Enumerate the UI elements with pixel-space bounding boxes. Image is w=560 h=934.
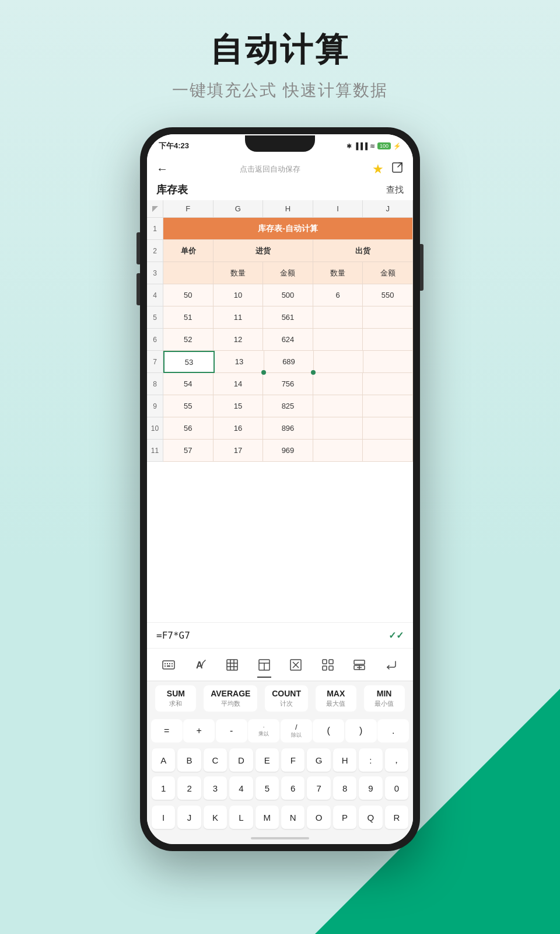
table-cell[interactable]: 50 <box>163 284 214 306</box>
key-colon[interactable]: : <box>359 748 382 772</box>
key-D[interactable]: D <box>229 748 253 772</box>
key-F[interactable]: F <box>281 748 304 772</box>
table-cell[interactable]: 825 <box>263 395 313 417</box>
keyboard-icon[interactable] <box>158 654 179 675</box>
back-button[interactable]: ← <box>156 162 168 176</box>
key-1[interactable]: 1 <box>152 776 175 800</box>
lparen-key[interactable]: ( <box>313 719 344 743</box>
table-cell[interactable]: 896 <box>263 417 313 440</box>
key-E[interactable]: E <box>256 748 279 772</box>
key-L[interactable]: L <box>229 806 253 829</box>
key-C[interactable]: C <box>204 748 227 772</box>
minus-key[interactable]: - <box>216 719 247 743</box>
key-B[interactable]: B <box>177 748 201 772</box>
formula-icon[interactable] <box>285 654 306 675</box>
key-R[interactable]: R <box>385 806 408 829</box>
key-N[interactable]: N <box>281 806 304 829</box>
table-cell[interactable] <box>163 262 214 284</box>
table-cell[interactable]: 15 <box>214 395 264 417</box>
key-8[interactable]: 8 <box>333 776 356 800</box>
key-4[interactable]: 4 <box>229 776 253 800</box>
insert-row-icon[interactable] <box>349 654 370 675</box>
table-cell[interactable]: 数量 <box>313 262 363 284</box>
key-G[interactable]: G <box>307 748 330 772</box>
table-cell[interactable] <box>363 351 413 373</box>
table-cell[interactable]: 689 <box>264 351 314 373</box>
table-cell[interactable]: 16 <box>214 417 264 440</box>
table-cell[interactable] <box>363 306 413 329</box>
max-button[interactable]: MAX 最大值 <box>316 685 356 712</box>
table-cell[interactable] <box>313 373 363 395</box>
apps-icon[interactable] <box>317 654 338 675</box>
table-cell[interactable]: 11 <box>214 306 264 329</box>
table-cell[interactable] <box>313 395 363 417</box>
table-cell[interactable]: 500 <box>263 284 313 306</box>
multiply-key[interactable]: · 乘以 <box>248 719 279 743</box>
table-header-cell[interactable]: 库存表-自动计算 <box>163 218 413 240</box>
table-cell[interactable]: 756 <box>263 373 313 395</box>
enter-icon[interactable] <box>381 654 402 675</box>
table-cell[interactable]: 969 <box>263 440 313 462</box>
key-5[interactable]: 5 <box>256 776 279 800</box>
favorite-button[interactable]: ★ <box>372 162 384 177</box>
key-H[interactable]: H <box>333 748 356 772</box>
find-button[interactable]: 查找 <box>386 184 404 196</box>
table-cell[interactable]: 数量 <box>214 262 264 284</box>
table-cell[interactable]: 54 <box>163 373 214 395</box>
sum-button[interactable]: SUM 求和 <box>155 685 196 712</box>
table-cell[interactable]: 14 <box>214 373 264 395</box>
export-button[interactable] <box>391 161 404 177</box>
table-cell[interactable] <box>363 373 413 395</box>
text-format-icon[interactable]: A <box>190 654 211 675</box>
key-comma[interactable]: ， <box>385 748 408 772</box>
table-cell[interactable] <box>313 329 363 351</box>
key-M[interactable]: M <box>256 806 279 829</box>
key-0[interactable]: 0 <box>385 776 408 800</box>
key-O[interactable]: O <box>307 806 330 829</box>
table-cell[interactable]: 550 <box>363 284 413 306</box>
table-cell[interactable]: 55 <box>163 395 214 417</box>
table-cell[interactable] <box>313 440 363 462</box>
count-button[interactable]: COUNT 计次 <box>265 685 308 712</box>
key-7[interactable]: 7 <box>307 776 330 800</box>
key-I[interactable]: I <box>152 806 175 829</box>
table-cell[interactable]: 进货 <box>214 240 313 262</box>
rparen-key[interactable]: ) <box>345 719 377 743</box>
divide-key[interactable]: / 除以 <box>281 719 312 743</box>
table-cell[interactable]: 51 <box>163 306 214 329</box>
key-K[interactable]: K <box>204 806 227 829</box>
table-cell[interactable] <box>313 417 363 440</box>
table-cell[interactable]: 单价 <box>163 240 214 262</box>
plus-key[interactable]: + <box>183 719 215 743</box>
min-button[interactable]: MIN 最小值 <box>364 685 405 712</box>
key-Q[interactable]: Q <box>359 806 382 829</box>
table-cell[interactable]: 57 <box>163 440 214 462</box>
key-A[interactable]: A <box>152 748 175 772</box>
table-cell[interactable]: 56 <box>163 417 214 440</box>
dot-key[interactable]: . <box>377 719 409 743</box>
table-cell[interactable]: 金额 <box>263 262 313 284</box>
average-button[interactable]: AVERAGE 平均数 <box>204 685 257 712</box>
table-cell[interactable]: 624 <box>263 329 313 351</box>
key-9[interactable]: 9 <box>359 776 382 800</box>
table-cell[interactable] <box>363 440 413 462</box>
key-2[interactable]: 2 <box>177 776 201 800</box>
table-cell[interactable] <box>313 306 363 329</box>
table-cell[interactable]: 12 <box>214 329 264 351</box>
key-P[interactable]: P <box>333 806 356 829</box>
table-cell[interactable]: 出货 <box>313 240 413 262</box>
table-icon[interactable] <box>222 654 243 675</box>
table-cell[interactable] <box>363 329 413 351</box>
key-3[interactable]: 3 <box>204 776 227 800</box>
formula-confirm-button[interactable]: ✓✓ <box>388 630 404 641</box>
table-cell[interactable]: 52 <box>163 329 214 351</box>
key-6[interactable]: 6 <box>281 776 304 800</box>
table-cell[interactable] <box>363 395 413 417</box>
table-cell[interactable]: 17 <box>214 440 264 462</box>
cell-format-icon[interactable] <box>254 654 275 675</box>
table-cell[interactable]: 561 <box>263 306 313 329</box>
selected-cell[interactable]: 53 <box>163 351 215 373</box>
table-cell[interactable] <box>363 417 413 440</box>
table-cell[interactable]: 13 <box>215 351 264 373</box>
table-cell[interactable]: 10 <box>214 284 264 306</box>
